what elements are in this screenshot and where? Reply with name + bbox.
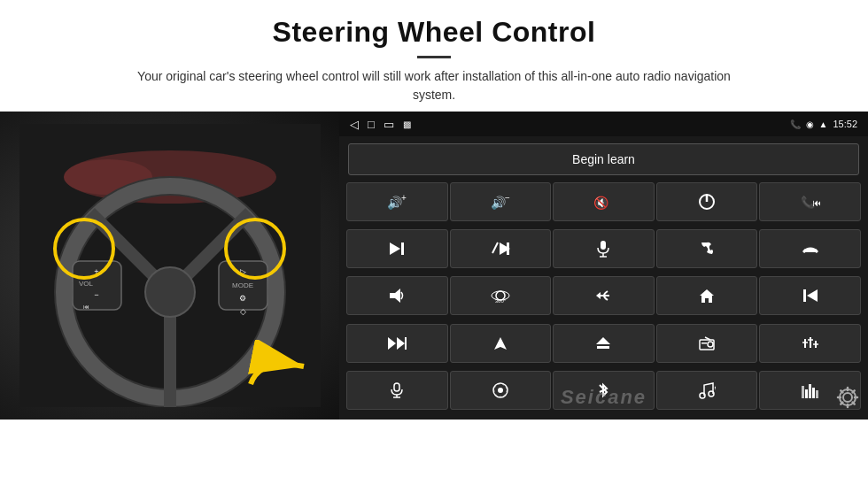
svg-rect-50	[597, 346, 609, 349]
svg-point-76	[840, 389, 856, 405]
svg-text:⏮: ⏮	[82, 304, 89, 310]
svg-rect-71	[805, 389, 808, 398]
nav-button[interactable]	[450, 324, 552, 363]
highlight-circle-right	[224, 218, 286, 280]
title-divider	[417, 56, 451, 58]
svg-text:⚙: ⚙	[239, 294, 246, 303]
svg-text:VOL: VOL	[78, 280, 93, 288]
svg-marker-42	[700, 289, 714, 303]
svg-text:🔇: 🔇	[593, 196, 609, 210]
recent-nav-icon[interactable]: ▭	[384, 118, 394, 131]
signal-icon: ▩	[403, 119, 411, 129]
skip-button[interactable]	[450, 229, 552, 268]
vol-down-button[interactable]: 🔊−	[450, 182, 552, 221]
mute-button[interactable]: 🔇	[553, 182, 655, 221]
voice-button[interactable]	[346, 371, 448, 410]
status-left: ◁ □ ▭ ▩	[350, 118, 411, 131]
svg-text:+: +	[401, 194, 407, 203]
phone-button[interactable]	[656, 229, 758, 268]
back-nav-icon[interactable]: ◁	[350, 118, 359, 131]
svg-point-65	[498, 388, 503, 393]
svg-rect-74	[816, 390, 818, 398]
highlight-circle-left	[53, 218, 115, 280]
svg-text:−: −	[94, 290, 98, 299]
svg-text:◇: ◇	[239, 307, 245, 316]
svg-rect-73	[812, 388, 815, 398]
svg-rect-72	[809, 384, 811, 398]
menu-button[interactable]	[450, 371, 552, 410]
page: Steering Wheel Control Your original car…	[0, 0, 868, 485]
vol-up-button[interactable]: 🔊+	[346, 182, 448, 221]
svg-marker-41	[596, 292, 601, 299]
wifi-status-icon: ▲	[819, 119, 828, 129]
home-nav-icon[interactable]: □	[368, 118, 375, 131]
svg-text:⚙: ⚙	[714, 384, 716, 392]
svg-marker-37	[390, 289, 400, 303]
content-row: + VOL − ⏮ ▷ MODE ⚙ ◇	[0, 112, 868, 485]
page-title: Steering Wheel Control	[35, 16, 833, 49]
svg-rect-70	[802, 386, 804, 398]
svg-rect-43	[803, 289, 806, 302]
svg-text:MODE: MODE	[232, 281, 253, 289]
bluetooth-button[interactable]	[553, 371, 655, 410]
speaker-button[interactable]	[346, 276, 448, 315]
prev-track-button[interactable]	[759, 276, 861, 315]
hang-up-button[interactable]	[759, 229, 861, 268]
controls-grid: 🔊+ 🔊− 🔇 📞⏮	[339, 181, 868, 420]
svg-text:360°: 360°	[495, 298, 507, 304]
svg-point-52	[708, 342, 713, 347]
next-track-button[interactable]	[346, 229, 448, 268]
svg-marker-48	[494, 337, 507, 350]
steering-wheel-panel: + VOL − ⏮ ▷ MODE ⚙ ◇	[0, 112, 339, 420]
radio-button[interactable]	[656, 324, 758, 363]
svg-rect-30	[401, 242, 404, 255]
clock-display: 15:52	[833, 119, 857, 129]
mic-button[interactable]	[553, 229, 655, 268]
svg-rect-61	[394, 383, 399, 391]
steering-bg: + VOL − ⏮ ▷ MODE ⚙ ◇	[0, 112, 339, 420]
svg-point-8	[145, 267, 195, 317]
equalizer-button[interactable]	[759, 324, 861, 363]
eject-button[interactable]	[553, 324, 655, 363]
svg-marker-44	[807, 289, 818, 302]
svg-marker-46	[397, 337, 405, 350]
phone-prev-button[interactable]: 📞⏮	[759, 182, 861, 221]
svg-marker-45	[388, 337, 396, 350]
power-button[interactable]	[656, 182, 758, 221]
header-description: Your original car's steering wheel contr…	[124, 67, 744, 104]
svg-line-31	[492, 242, 498, 253]
svg-marker-49	[596, 337, 610, 344]
svg-point-75	[843, 393, 852, 402]
android-head-unit: ◁ □ ▭ ▩ 📞 ◉ ▲ 15:52 Begin learn	[339, 112, 868, 420]
header-section: Steering Wheel Control Your original car…	[0, 0, 868, 112]
back-button[interactable]	[553, 276, 655, 315]
360-camera-button[interactable]: 360°	[450, 276, 552, 315]
svg-rect-47	[405, 337, 407, 350]
music-button[interactable]: ⚙	[656, 371, 758, 410]
svg-rect-33	[507, 242, 509, 255]
gear-settings-icon[interactable]	[836, 386, 859, 414]
home-button[interactable]	[656, 276, 758, 315]
yellow-arrow	[242, 340, 313, 393]
begin-learn-row: Begin learn	[339, 136, 868, 181]
svg-rect-53	[701, 343, 707, 344]
svg-text:−: −	[505, 194, 510, 203]
status-right: 📞 ◉ ▲ 15:52	[790, 119, 857, 129]
status-bar: ◁ □ ▭ ▩ 📞 ◉ ▲ 15:52	[339, 112, 868, 136]
begin-learn-button[interactable]: Begin learn	[348, 143, 859, 175]
svg-rect-34	[601, 241, 606, 250]
location-status-icon: ◉	[806, 119, 814, 129]
phone-status-icon: 📞	[790, 119, 801, 129]
svg-marker-29	[390, 242, 400, 255]
svg-text:⏮: ⏮	[812, 197, 820, 208]
fast-forward-button[interactable]	[346, 324, 448, 363]
